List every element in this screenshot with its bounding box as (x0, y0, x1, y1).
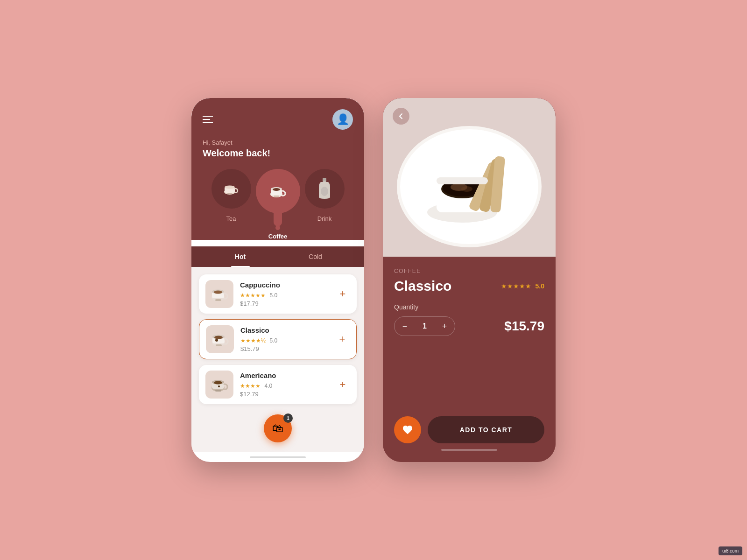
svg-rect-16 (215, 299, 221, 301)
classico-stars: ★★★★½ (240, 337, 266, 344)
home-indicator-right (441, 449, 497, 451)
svg-point-37 (461, 186, 472, 192)
svg-point-15 (214, 291, 222, 294)
tab-cold[interactable]: Cold (278, 246, 353, 267)
americano-info: Americano ★★★★ 4.0 $12.79 (240, 371, 335, 398)
classico-rating: 5.0 (269, 337, 277, 344)
top-section: 👤 Hi, Safayet Welcome back! Tea (191, 98, 364, 240)
svg-point-7 (273, 188, 280, 191)
tea-bubble (211, 169, 251, 209)
classico-rating-row: ★★★★½ 5.0 (240, 336, 335, 344)
cart-badge: 1 (283, 413, 293, 423)
avatar[interactable]: 👤 (332, 109, 353, 130)
category-tea[interactable]: Tea (211, 169, 251, 240)
quantity-decrease-button[interactable]: − (395, 317, 415, 336)
quantity-control: − 1 + (394, 316, 455, 336)
cappuccino-stars: ★★★★★ (240, 292, 266, 299)
svg-point-20 (214, 336, 223, 339)
coffee-bubble (256, 169, 300, 213)
tea-label: Tea (226, 215, 236, 222)
svg-point-11 (321, 187, 328, 196)
detail-bottom: COFFEE Classico ★★★★★ 5.0 Quantity − 1 +… (383, 257, 556, 462)
quantity-value: 1 (415, 322, 434, 330)
cappuccino-info: Cappuccino ★★★★★ 5.0 $17.79 (240, 281, 335, 307)
classico-info: Classico ★★★★½ 5.0 $15.79 (240, 326, 335, 352)
americano-name: Americano (240, 371, 335, 379)
coffee-label: Coffee (268, 233, 287, 240)
quantity-increase-button[interactable]: + (434, 317, 455, 336)
detail-title-row: Classico ★★★★★ 5.0 (394, 278, 544, 294)
classico-price: $15.79 (240, 345, 335, 352)
detail-stars: ★★★★★ (501, 282, 531, 290)
detail-title: Classico (394, 278, 451, 294)
list-section: Cappuccino ★★★★★ 5.0 $17.79 + (191, 267, 364, 452)
svg-point-28 (218, 385, 220, 387)
svg-rect-21 (216, 344, 222, 346)
add-classico-button[interactable]: + (335, 332, 350, 347)
tab-hot[interactable]: Hot (203, 246, 278, 267)
header-row: 👤 (203, 109, 353, 130)
favorite-button[interactable] (394, 416, 421, 443)
classico-image (206, 325, 234, 353)
americano-price: $12.79 (240, 391, 335, 398)
detail-rating: 5.0 (536, 282, 544, 290)
categories-row: Tea (203, 169, 353, 240)
coffee-drip (274, 212, 282, 226)
right-phone: COFFEE Classico ★★★★★ 5.0 Quantity − 1 +… (383, 98, 556, 462)
quantity-row: − 1 + $15.79 (394, 316, 544, 336)
svg-rect-41 (437, 177, 488, 184)
coffee-card-cappuccino[interactable]: Cappuccino ★★★★★ 5.0 $17.79 + (199, 274, 357, 314)
add-americano-button[interactable]: + (335, 377, 350, 392)
add-cappuccino-button[interactable]: + (335, 287, 350, 301)
svg-point-2 (225, 185, 235, 189)
americano-rating-row: ★★★★ 4.0 (240, 381, 335, 390)
action-row: ADD TO CART (394, 416, 544, 443)
coffee-drip-wrapper (256, 169, 300, 226)
cappuccino-rating-row: ★★★★★ 5.0 (240, 291, 335, 299)
cappuccino-image (205, 280, 233, 308)
drink-bubble (305, 169, 345, 209)
greeting-main: Welcome back! (203, 148, 353, 159)
cappuccino-price: $17.79 (240, 300, 335, 307)
detail-price: $15.79 (504, 319, 544, 334)
classico-name: Classico (240, 326, 335, 334)
svg-rect-8 (274, 196, 279, 197)
add-to-cart-button[interactable]: ADD TO CART (428, 416, 544, 443)
tab-section: Hot Cold (191, 246, 364, 267)
greeting-sub: Hi, Safayet (203, 139, 353, 146)
cart-icon: 🛍 (272, 422, 283, 435)
detail-coffee-visual (383, 98, 556, 257)
americano-stars: ★★★★ (240, 383, 261, 389)
cart-fab[interactable]: 🛍 1 (264, 414, 292, 442)
cappuccino-rating: 5.0 (269, 292, 277, 299)
americano-image (205, 371, 233, 399)
back-button[interactable] (392, 107, 410, 125)
detail-image-area (383, 98, 556, 257)
left-phone: 👤 Hi, Safayet Welcome back! Tea (191, 98, 364, 462)
svg-point-26 (214, 381, 222, 385)
americano-rating: 4.0 (264, 383, 272, 389)
quantity-label: Quantity (394, 303, 544, 311)
menu-icon[interactable] (203, 116, 213, 123)
detail-category: COFFEE (394, 268, 544, 274)
cappuccino-name: Cappuccino (240, 281, 335, 289)
drink-label: Drink (317, 215, 331, 222)
category-coffee[interactable]: Coffee (256, 169, 300, 240)
svg-point-22 (215, 339, 218, 342)
coffee-card-classico[interactable]: Classico ★★★★½ 5.0 $15.79 + (199, 319, 357, 359)
detail-rating-row: ★★★★★ 5.0 (501, 282, 544, 290)
svg-rect-3 (227, 193, 232, 194)
home-indicator (250, 456, 306, 458)
coffee-card-americano[interactable]: Americano ★★★★ 4.0 $12.79 + (199, 365, 357, 404)
svg-rect-10 (323, 178, 326, 181)
category-drink[interactable]: Drink (305, 169, 345, 240)
watermark: ui8.com (719, 546, 742, 555)
svg-rect-27 (215, 390, 221, 392)
